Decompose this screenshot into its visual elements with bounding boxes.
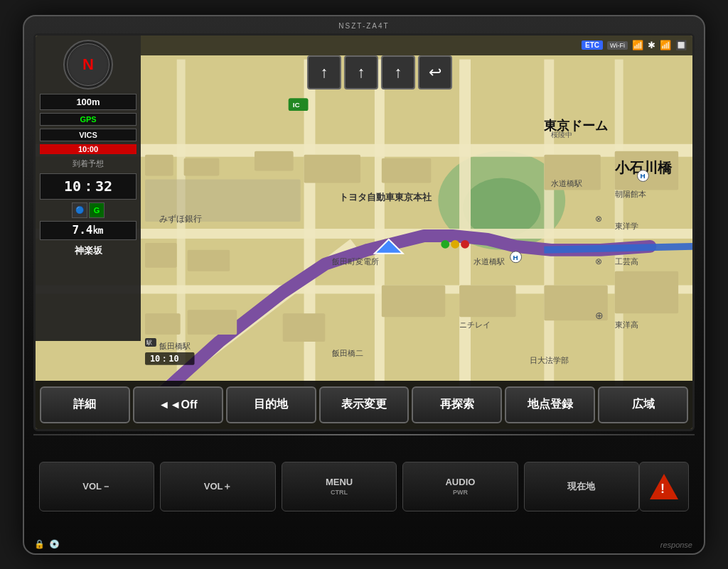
- svg-point-55: [461, 239, 469, 248]
- svg-rect-14: [145, 154, 173, 175]
- lock-icon: 🔒: [34, 539, 45, 549]
- destination-button[interactable]: 目的地: [226, 386, 316, 423]
- wifi-icon: 📶: [632, 40, 643, 50]
- gps-box: GPS: [40, 113, 136, 126]
- svg-text:飯田町変電所: 飯田町変電所: [332, 256, 379, 265]
- arrow-straight-1: ↑: [307, 55, 341, 90]
- compass: N: [63, 40, 113, 90]
- svg-rect-20: [382, 158, 432, 183]
- svg-text:朝陽館本: 朝陽館本: [615, 190, 646, 198]
- svg-text:飯田橋二: 飯田橋二: [332, 348, 363, 357]
- phys-btn-group: VOL－ VOL＋ MENU CTRL AUDIO PWR 現在地: [39, 462, 639, 511]
- current-location-button[interactable]: 現在地: [524, 462, 639, 511]
- car-navigation-device: NSZT-ZA4T: [23, 15, 705, 555]
- distance-row: 🔵 G: [40, 202, 136, 218]
- nav-buttons-bar: 詳細 ◄◄Off 目的地 表示変更 再探索 地点登録 広域: [36, 381, 692, 429]
- svg-rect-11: [615, 59, 623, 405]
- audio-button[interactable]: AUDIO PWR: [402, 462, 518, 511]
- svg-rect-16: [255, 151, 294, 170]
- audio-sub-label: PWR: [453, 489, 468, 496]
- menu-label: MENU: [326, 477, 353, 487]
- svg-point-54: [451, 239, 459, 248]
- signal-icon: 📶: [660, 40, 671, 50]
- distance-value: 7.4㎞: [40, 221, 136, 240]
- svg-text:東洋学: 東洋学: [615, 222, 638, 230]
- arrow-straight-2: ↑: [344, 55, 378, 90]
- off-button[interactable]: ◄◄Off: [133, 386, 223, 423]
- svg-text:水道橋駅: 水道橋駅: [473, 256, 505, 265]
- warning-button[interactable]: [639, 462, 689, 511]
- svg-text:トヨタ自動車東京本社: トヨタ自動車東京本社: [339, 192, 432, 202]
- divider: [33, 434, 695, 435]
- svg-text:桜陵中: 桜陵中: [551, 130, 572, 138]
- svg-text:水道橋駅: 水道橋駅: [551, 179, 582, 188]
- svg-rect-23: [145, 313, 181, 335]
- g-icon: G: [89, 202, 105, 218]
- svg-text:ニチレイ: ニチレイ: [459, 320, 491, 329]
- svg-rect-7: [375, 59, 385, 405]
- bluetooth-icon: ✱: [648, 40, 655, 50]
- svg-rect-29: [615, 271, 678, 313]
- watermark: response: [660, 541, 692, 549]
- svg-text:みずほ銀行: みずほ銀行: [159, 214, 202, 224]
- physical-buttons-area: VOL－ VOL＋ MENU CTRL AUDIO PWR 現在地: [33, 444, 695, 529]
- battery-icon: 🔲: [675, 40, 687, 50]
- audio-label: AUDIO: [445, 477, 475, 487]
- svg-text:駅: 駅: [146, 339, 152, 345]
- etc-badge: ETC: [582, 40, 603, 50]
- location-name: 神楽坂: [40, 243, 136, 259]
- svg-rect-15: [184, 158, 220, 175]
- svg-rect-19: [304, 154, 360, 183]
- svg-text:東洋高: 東洋高: [615, 320, 638, 329]
- svg-text:⊗: ⊗: [595, 256, 602, 266]
- svg-text:H: H: [513, 253, 518, 261]
- map-container: トヨタ自動車東京本社 東京ドーム 小石川橋 みずほ銀行 飯田町変電所 飯田橋駅 …: [36, 36, 692, 429]
- wide-button[interactable]: 広域: [598, 386, 688, 423]
- lock-icon-area: 🔒 💿: [34, 539, 60, 549]
- menu-sub-label: CTRL: [331, 489, 348, 496]
- svg-text:飯田橋駅: 飯田橋駅: [159, 341, 191, 349]
- display-change-button[interactable]: 表示変更: [319, 386, 410, 423]
- vol-up-button[interactable]: VOL＋: [160, 462, 275, 511]
- vics-box: VICS: [40, 129, 136, 141]
- media-icon: 💿: [49, 539, 60, 549]
- arrival-time: 10：32: [40, 173, 136, 200]
- svg-rect-10: [544, 59, 554, 405]
- svg-rect-27: [459, 285, 515, 317]
- left-info-panel: N 100m GPS VICS 10:00 到着予想 10：32 🔵 G 7.4…: [36, 36, 141, 341]
- arrow-turn: ↩: [418, 55, 452, 90]
- compass-n-label: N: [82, 55, 94, 74]
- svg-line-13: [544, 246, 692, 249]
- svg-text:H: H: [640, 172, 645, 180]
- dist-icon: 🔵: [72, 202, 87, 218]
- arrival-label: 到着予想: [40, 157, 136, 170]
- vol-up-label: VOL＋: [204, 480, 232, 493]
- warning-triangle-icon: [650, 474, 678, 499]
- svg-text:IC: IC: [293, 101, 300, 109]
- svg-text:⊕: ⊕: [595, 310, 604, 321]
- svg-text:日大法学部: 日大法学部: [530, 355, 569, 364]
- svg-rect-24: [188, 310, 237, 335]
- svg-rect-26: [382, 285, 445, 317]
- detail-button[interactable]: 詳細: [40, 386, 130, 423]
- svg-rect-25: [283, 313, 326, 342]
- svg-point-2: [463, 178, 540, 237]
- current-location-label: 現在地: [567, 480, 595, 493]
- svg-rect-17: [145, 242, 177, 267]
- svg-rect-6: [304, 59, 316, 405]
- model-label: NSZT-ZA4T: [338, 22, 389, 30]
- compass-inner: N: [67, 43, 109, 86]
- svg-rect-18: [188, 249, 230, 271]
- point-register-button[interactable]: 地点登録: [505, 386, 595, 423]
- svg-text:⊗: ⊗: [595, 214, 602, 224]
- vol-down-button[interactable]: VOL－: [39, 462, 154, 511]
- screen-bezel: トヨタ自動車東京本社 東京ドーム 小石川橋 みずほ銀行 飯田町変電所 飯田橋駅 …: [33, 33, 695, 431]
- wifi-badge: Wi-Fi: [607, 41, 628, 50]
- re-search-button[interactable]: 再探索: [412, 386, 502, 423]
- svg-point-53: [441, 239, 449, 248]
- svg-text:10：10: 10：10: [150, 353, 179, 363]
- menu-button[interactable]: MENU CTRL: [282, 462, 397, 511]
- arrow-straight-3: ↑: [381, 55, 415, 90]
- direction-arrows: ↑ ↑ ↑ ↩: [307, 55, 452, 90]
- scale-box: 100m: [40, 94, 136, 110]
